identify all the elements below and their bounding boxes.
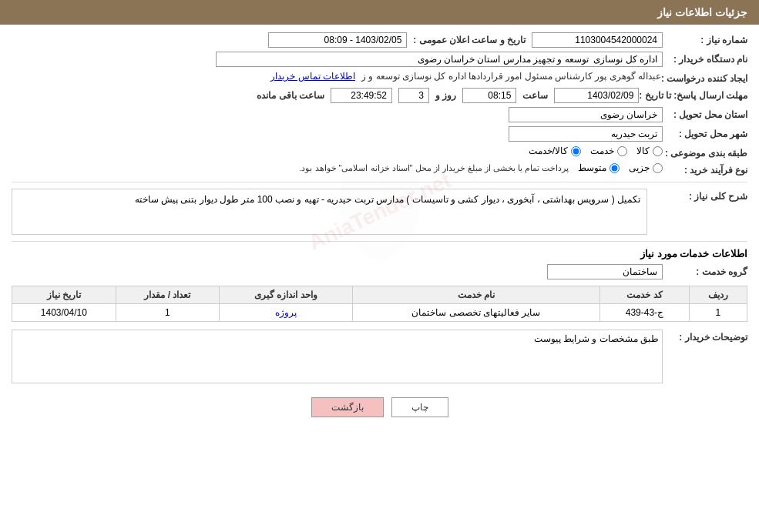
radio-kala-khadamat[interactable] [571, 146, 581, 156]
btn-row: چاپ بازگشت [12, 397, 747, 417]
announce-datetime-label: تاریخ و ساعت اعلان عمومی : [413, 35, 526, 45]
buyer-name-label: نام دستگاه خریدار : [663, 52, 747, 65]
response-days-input[interactable] [398, 88, 429, 103]
cell-row-num: 1 [689, 304, 747, 322]
city-input[interactable] [509, 126, 663, 142]
buyer-name-input[interactable] [216, 52, 663, 67]
service-group-input[interactable] [547, 264, 663, 279]
response-remaining-input[interactable] [331, 88, 392, 103]
row-service-group: گروه خدمت : [12, 264, 747, 279]
services-table: ردیف کد خدمت نام خدمت واحد اندازه گیری ت… [12, 286, 747, 322]
description-label: شرح کلی نیاز : [647, 189, 747, 202]
row-creator: ایجاد کننده درخواست : عبداله گوهری پور ک… [12, 71, 747, 84]
category-khadamat-label: خدمت [590, 146, 614, 156]
row-buyer-name: نام دستگاه خریدار : [12, 52, 747, 67]
need-number-input[interactable] [532, 32, 663, 48]
creator-link[interactable]: اطلاعات تماس خریدار [270, 71, 355, 82]
category-kala-khadamat-label: کالا/خدمت [529, 146, 568, 156]
col-unit: واحد اندازه گیری [220, 286, 352, 304]
announce-datetime-input[interactable] [268, 32, 407, 48]
table-row: 1 ج-43-439 سایر فعالیتهای تخصصی ساختمان … [12, 304, 747, 322]
province-label: استان محل تحویل : [663, 107, 747, 120]
response-date-input[interactable] [554, 88, 639, 103]
buyer-notes-textarea[interactable]: طبق مشخصات و شرایط پیوست [12, 330, 663, 383]
creator-value: عبداله گوهری پور کارشناس مسئول امور قرار… [361, 71, 661, 82]
row-need-number: شماره نیاز : تاریخ و ساعت اعلان عمومی : [12, 32, 747, 48]
services-section-title: اطلاعات خدمات مورد نیاز [12, 248, 747, 259]
need-number-label: شماره نیاز : [663, 32, 747, 45]
header-bar: جزئیات اطلاعات نیاز [0, 0, 759, 25]
response-remaining-label: ساعت باقی مانده [257, 90, 324, 101]
cell-date: 1403/04/10 [12, 304, 116, 322]
radio-khadamat[interactable] [617, 146, 627, 156]
response-deadline-label: مهلت ارسال پاسخ: تا تاریخ : [639, 88, 747, 101]
row-city: شهر محل تحویل : [12, 126, 747, 142]
purchase-type-motavaset-label: متوسط [578, 162, 606, 173]
row-category: طبقه بندی موضوعی : کالا خدمت کالا/خدمت [12, 146, 747, 159]
col-date: تاریخ نیاز [12, 286, 116, 304]
btn-back[interactable]: بازگشت [311, 397, 384, 417]
cell-unit: پروژه [220, 304, 352, 322]
category-kala-label: کالا [636, 146, 650, 156]
response-time-input[interactable] [462, 88, 516, 103]
col-quantity: تعداد / مقدار [116, 286, 220, 304]
purchase-type-label: نوع فرآیند خرید : [663, 162, 747, 176]
page-title: جزئیات اطلاعات نیاز [657, 6, 747, 18]
services-table-header-row: ردیف کد خدمت نام خدمت واحد اندازه گیری ت… [12, 286, 747, 304]
services-table-body: 1 ج-43-439 سایر فعالیتهای تخصصی ساختمان … [12, 304, 747, 322]
radio-motavaset[interactable] [610, 163, 620, 173]
services-table-header: ردیف کد خدمت نام خدمت واحد اندازه گیری ت… [12, 286, 747, 304]
btn-print[interactable]: چاپ [391, 397, 448, 417]
buyer-notes-label: توضیحات خریدار : [663, 330, 747, 343]
response-day-label: روز و [435, 90, 456, 101]
cell-service-name: سایر فعالیتهای تخصصی ساختمان [352, 304, 599, 322]
row-province: استان محل تحویل : [12, 107, 747, 122]
category-label: طبقه بندی موضوعی : [663, 146, 747, 159]
service-group-label: گروه خدمت : [663, 264, 747, 277]
content-area: شماره نیاز : تاریخ و ساعت اعلان عمومی : … [0, 25, 759, 437]
radio-jazee[interactable] [653, 163, 663, 173]
row-response-deadline: مهلت ارسال پاسخ: تا تاریخ : ساعت روز و س… [12, 88, 747, 103]
purchase-type-note: پرداخت تمام یا بخشی از مبلغ خریدار از مح… [299, 163, 569, 173]
separator-1 [12, 182, 747, 182]
row-purchase-type: نوع فرآیند خرید : جزیی متوسط پرداخت تمام… [12, 162, 747, 176]
col-row-num: ردیف [689, 286, 747, 304]
cell-service-code: ج-43-439 [599, 304, 689, 322]
row-buyer-notes: توضیحات خریدار : طبق مشخصات و شرایط پیوس… [12, 330, 747, 386]
response-time-label: ساعت [522, 90, 548, 101]
col-service-code: کد خدمت [599, 286, 689, 304]
creator-label: ایجاد کننده درخواست : [661, 71, 747, 84]
purchase-type-jazee-label: جزیی [629, 162, 650, 173]
page-container: جزئیات اطلاعات نیاز شماره نیاز : تاریخ و… [0, 0, 759, 532]
watermark-area: AniaTender.net شرح کلی نیاز : تکمیل ( سر… [12, 189, 747, 235]
radio-kala[interactable] [653, 146, 663, 156]
city-label: شهر محل تحویل : [663, 126, 747, 139]
col-service-name: نام خدمت [352, 286, 599, 304]
separator-2 [12, 241, 747, 242]
cell-quantity: 1 [116, 304, 220, 322]
province-input[interactable] [509, 107, 663, 122]
